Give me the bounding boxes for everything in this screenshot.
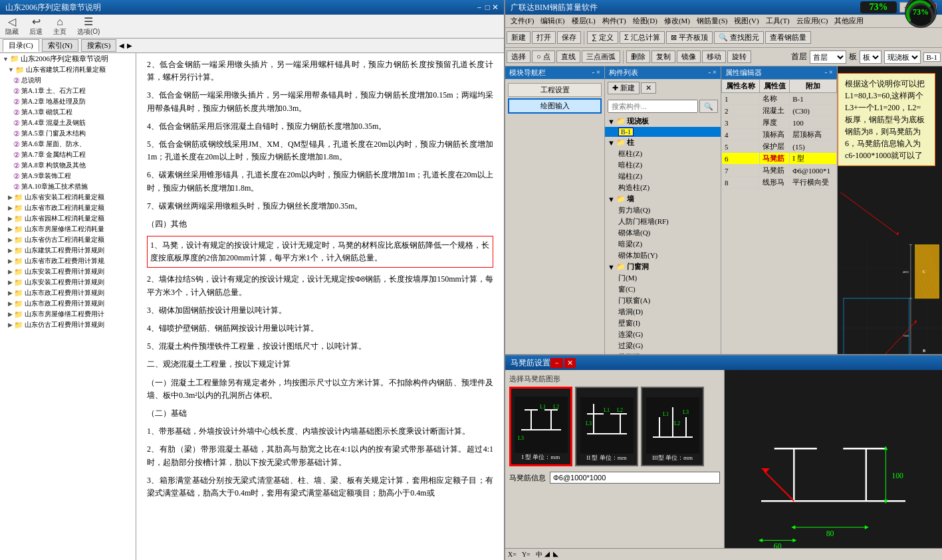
prop-value-6[interactable]: I 型 <box>790 153 837 165</box>
prop-value-4[interactable]: 层顶标高 <box>790 129 837 141</box>
menu-modify[interactable]: 修改(M) <box>661 16 693 26</box>
majin-info-input[interactable] <box>550 472 720 484</box>
props-row-6[interactable]: 6 马凳筋 I 型 <box>722 153 837 165</box>
prop-value-5[interactable]: (15) <box>790 141 837 153</box>
tree-item-root[interactable]: ▼ 📁 山东2006序列定额章节说明 <box>0 53 136 64</box>
three-point-button[interactable]: 三点画弧 <box>582 50 620 63</box>
props-row-7[interactable]: 7 马凳筋 Φ6@1000*1 <box>722 165 837 177</box>
component-node-lianling[interactable]: 连梁(G) <box>605 329 721 340</box>
tree-item-shigong-feiyong[interactable]: ▶ 📁 山东省市政工程费用计算规 <box>0 256 136 266</box>
component-node-renfang[interactable]: 人防门框墙(RF) <box>605 216 721 227</box>
component-node-anliang[interactable]: 暗梁(Z) <box>605 238 721 250</box>
prop-value-7[interactable]: Φ6@1000*1 <box>790 165 837 177</box>
prop-value-8[interactable]: 平行横向受 <box>790 177 837 189</box>
props-row-1[interactable]: 1 名称 B-1 <box>722 93 837 105</box>
tree-item-chap-a5[interactable]: ② 第A.5章 门窗及木结构 <box>0 128 136 139</box>
tree-item-chap-a2[interactable]: ② 第A.2章 地基处理及防 <box>0 96 136 107</box>
tree-item-sheng-fangxiu[interactable]: ▶ 📁 山东市房屋修缮工程消耗量 <box>0 224 136 234</box>
delete-button[interactable]: 删除 <box>626 50 650 63</box>
shape-option-type1[interactable]: L1 L2 L3 I 型 单位：mm <box>509 387 572 466</box>
tree-item-chap-a4[interactable]: ② 第A.4章 混凝土及钢筋 <box>0 118 136 128</box>
tree-item-chap-a8[interactable]: ② 第A.8章 构筑物及其他 <box>0 160 136 171</box>
props-row-8[interactable]: 8 线形马 平行横向受 <box>722 177 837 189</box>
floor-select[interactable]: 首层二层基础层 <box>810 50 846 64</box>
majin-minimize[interactable]: － <box>550 358 563 368</box>
new-component-button[interactable]: ✚ 新建 <box>608 82 640 94</box>
tree-item-sheng-fanggu[interactable]: ▶ 📁 山东省仿古工程消耗量定额 <box>0 234 136 245</box>
component-node-anzhu[interactable]: 暗柱(Z) <box>605 159 721 171</box>
shape-option-type3[interactable]: L1 L3 L2 III型 单位：mm <box>641 387 704 466</box>
tree-item-chap-a1[interactable]: ② 第A.1章 土、石方工程 <box>0 86 136 96</box>
component-node-qiangdong[interactable]: 墙洞(D) <box>605 306 721 318</box>
menu-other[interactable]: 其他应用 <box>832 16 866 26</box>
material-select[interactable]: 现浇板预制板 <box>884 50 921 64</box>
rotate-button[interactable]: 旋转 <box>727 50 751 63</box>
component-node-zhu[interactable]: ▼ 📁 柱 <box>605 137 721 148</box>
menu-edit[interactable]: 编辑(E) <box>538 16 567 26</box>
prop-value-2[interactable]: (C30) <box>790 105 837 117</box>
component-node-qijin[interactable]: 砌体加筋(Y) <box>605 250 721 261</box>
menu-draw[interactable]: 绘图(D) <box>630 16 660 26</box>
nav-prev[interactable]: ◀ <box>119 42 124 49</box>
tree-item-sheng-shigong[interactable]: ▶ 📁 山东省市政工程消耗量定额 <box>0 203 136 213</box>
menu-cloud[interactable]: 云应用(C) <box>794 16 831 26</box>
props-row-2[interactable]: 2 混凝土 (C30) <box>722 105 837 117</box>
toolbar-save[interactable]: 保存 <box>557 31 581 44</box>
menu-component[interactable]: 构件(T) <box>600 16 629 26</box>
tree-item-linmu[interactable]: ▶ 📁 山东市政工程费用计算规则 <box>0 298 136 309</box>
copy-button[interactable]: 复制 <box>651 50 675 63</box>
toolbar-flattop[interactable]: ⊠ 平齐板顶 <box>666 31 713 44</box>
tree-item-chap-a7[interactable]: ② 第A.7章 金属结构工程 <box>0 149 136 160</box>
toolbar-calculate[interactable]: Σ 汇总计算 <box>620 31 665 44</box>
tab-toc[interactable]: 目录(C) <box>3 39 39 52</box>
tree-item-sheng-anzhuang[interactable]: ▶ 📁 山东省安装工程消耗量定额 <box>0 192 136 203</box>
component-node-guoliang[interactable]: 过梁(G) <box>605 340 721 351</box>
back-button[interactable]: ↩ 后退 <box>27 15 45 38</box>
component-node-gouzao[interactable]: 构造柱(Z) <box>605 182 721 193</box>
component-node-b1[interactable]: B-1 <box>605 127 721 137</box>
component-node-menlianchuang[interactable]: 门联窗(A) <box>605 295 721 306</box>
component-node-chuang[interactable]: 窗(C) <box>605 284 721 295</box>
options-button[interactable]: ☰ 选项(O) <box>74 15 102 38</box>
component-node-qiang[interactable]: ▼ 📁 墙 <box>605 193 721 205</box>
tree-item-jianzhu-feiyong[interactable]: ▶ 📁 山东建筑工程费用计算规则 <box>0 245 136 256</box>
tree-item-chap-a3[interactable]: ② 第A.3章 砌筑工程 <box>0 107 136 118</box>
prop-value-1[interactable]: B-1 <box>790 93 837 105</box>
tree-item-anzhuang-feiyong[interactable]: ▶ 📁 山东安装工程费用计算规则 <box>0 266 136 277</box>
menu-view[interactable]: 视图(V) <box>731 16 761 26</box>
search-button[interactable]: 🔍 <box>699 100 718 113</box>
tree-item-fangxiu2[interactable]: ▶ 📁 山东市房屋修缮工程费用计 <box>0 309 136 320</box>
component-node-men[interactable]: 门(M) <box>605 272 721 284</box>
shape-option-type2[interactable]: L1 L2 L3 II 型 单位：mm <box>575 387 638 466</box>
component-type-select[interactable]: 板梁柱 <box>860 50 882 64</box>
toolbar-open[interactable]: 打开 <box>532 31 556 44</box>
select-button[interactable]: 选择 <box>507 50 530 63</box>
props-row-5[interactable]: 5 保护层 (15) <box>722 141 837 153</box>
tree-item-chap-a10[interactable]: ② 第A.10章施工技术措施 <box>0 181 136 192</box>
component-node-jianli[interactable]: 剪力墙(Q) <box>605 205 721 216</box>
component-node-xianjiaob[interactable]: ▼ 📁 现浇板 <box>605 116 721 127</box>
delete-component-button[interactable]: ✕ <box>641 82 656 94</box>
component-node-duanzhu[interactable]: 端柱(Z) <box>605 171 721 182</box>
toolbar-define[interactable]: ∑ 定义 <box>587 31 618 44</box>
toolbar-view-steel[interactable]: 查看钢筋量 <box>765 31 811 44</box>
tree-item-anzhuang-feiyong2[interactable]: ▶ 📁 山东安装工程费用计算规则 <box>0 277 136 288</box>
menu-floor[interactable]: 楼层(L) <box>569 16 598 26</box>
component-node-bichuang[interactable]: 壁窗(I) <box>605 318 721 329</box>
tab-index[interactable]: 索引(N) <box>42 39 78 52</box>
toolbar-new[interactable]: 新建 <box>507 31 530 44</box>
menu-tools[interactable]: 工具(T) <box>763 16 792 26</box>
move-button[interactable]: 移动 <box>702 50 726 63</box>
home-button[interactable]: ⌂ 主页 <box>51 15 69 38</box>
line-button[interactable]: 直线 <box>556 50 580 63</box>
tree-item-shuoming[interactable]: ② 总说明 <box>0 75 136 86</box>
drawing-input[interactable]: 绘图输入 <box>508 98 602 114</box>
tree-item-chap-a6[interactable]: ② 第A.6章 屋面、防水、 <box>0 139 136 149</box>
menu-steel[interactable]: 钢筋量(S) <box>694 16 730 26</box>
tree-item-sheng-yuanlin[interactable]: ▶ 📁 山东省园林工程消耗量定额 <box>0 213 136 224</box>
props-row-4[interactable]: 4 顶标高 层顶标高 <box>722 129 837 141</box>
menu-file[interactable]: 文件(F) <box>508 16 536 26</box>
prop-value-3[interactable]: 100 <box>790 117 837 129</box>
tree-item-jianzhu-feiyong2[interactable]: ▶ 📁 山东仿古工程费用计算规则 <box>0 320 136 330</box>
component-node-qiti[interactable]: 砌体墙(Q) <box>605 227 721 238</box>
